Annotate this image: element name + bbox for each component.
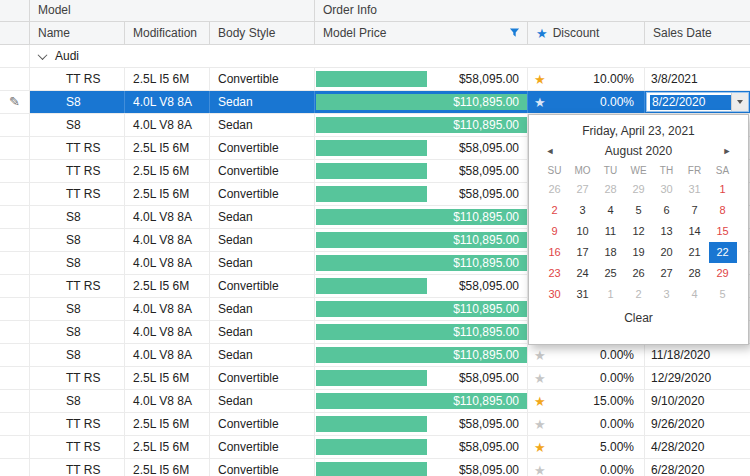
sales-date-editor[interactable]: 8/22/2020 [646,92,749,112]
cell-modification[interactable]: 4.0L V8 8A [125,91,210,113]
cell-modification[interactable]: 4.0L V8 8A [125,114,210,136]
table-row[interactable]: ✎ TT RS 2.5L I5 6M Convertible $58,095.0… [0,436,750,459]
calendar-day[interactable]: 15 [709,221,737,242]
group-row-audi[interactable]: Audi [0,45,750,68]
cell-body-style[interactable]: Convertible [210,367,315,389]
calendar-day[interactable]: 22 [709,242,737,263]
cell-body-style[interactable]: Sedan [210,298,315,320]
discount-star-icon[interactable]: ★ [534,418,546,431]
cell-model-price[interactable]: $110,895.00 [315,252,528,274]
calendar-day[interactable]: 13 [653,221,681,242]
cell-model-price[interactable]: $110,895.00 [315,298,528,320]
cell-modification[interactable]: 4.0L V8 8A [125,344,210,366]
calendar-day[interactable]: 31 [681,179,709,200]
discount-star-icon[interactable]: ★ [534,372,546,385]
cell-model-price[interactable]: $110,895.00 [315,114,528,136]
cell-model-price[interactable]: $58,095.00 [315,459,528,476]
cell-modification[interactable]: 2.5L I5 6M [125,413,210,435]
cell-sales-date[interactable]: 12/29/2020 12/29/2020 [645,367,750,389]
cell-discount[interactable]: ★ 0.00% [528,344,645,366]
calendar-month-label[interactable]: August 2020 [558,144,719,158]
cell-name[interactable]: S8 [30,114,125,136]
calendar-day[interactable]: 4 [597,200,625,221]
table-row[interactable]: ✎ TT RS 2.5L I5 6M Convertible $58,095.0… [0,413,750,436]
column-header-sales-date[interactable]: Sales Date [645,22,750,44]
cell-name[interactable]: S8 [30,252,125,274]
cell-name[interactable]: TT RS [30,137,125,159]
cell-discount[interactable]: ★ 0.00% [528,459,645,476]
calendar-day[interactable]: 25 [597,263,625,284]
cell-sales-date[interactable]: 6/28/2020 6/28/2020 [645,459,750,476]
calendar-day[interactable]: 1 [597,284,625,305]
calendar-day[interactable]: 4 [681,284,709,305]
column-header-body-style[interactable]: Body Style [210,22,315,44]
calendar-day[interactable]: 6 [653,200,681,221]
cell-name[interactable]: S8 [30,91,125,113]
cell-body-style[interactable]: Sedan [210,344,315,366]
cell-modification[interactable]: 2.5L I5 6M [125,183,210,205]
calendar-day[interactable]: 18 [597,242,625,263]
cell-model-price[interactable]: $110,895.00 [315,344,528,366]
calendar-today-label[interactable]: Friday, April 23, 2021 [529,115,748,142]
cell-body-style[interactable]: Sedan [210,390,315,412]
table-row[interactable]: ✎ S8 4.0L V8 8A Sedan $110,895.00 ★ 0.00… [0,91,750,114]
calendar-day[interactable]: 1 [709,179,737,200]
cell-sales-date[interactable]: 8/22/2020 8/22/2020 [645,91,750,113]
cell-model-price[interactable]: $58,095.00 [315,413,528,435]
cell-model-price[interactable]: $58,095.00 [315,68,528,90]
cell-body-style[interactable]: Convertible [210,436,315,458]
cell-body-style[interactable]: Convertible [210,413,315,435]
calendar-day[interactable]: 16 [541,242,569,263]
discount-star-icon[interactable]: ★ [534,73,546,86]
cell-discount[interactable]: ★ 10.00% [528,68,645,90]
calendar-day[interactable]: 30 [541,284,569,305]
calendar-day[interactable]: 17 [569,242,597,263]
calendar-day[interactable]: 20 [653,242,681,263]
calendar-day[interactable]: 19 [625,242,653,263]
cell-name[interactable]: TT RS [30,367,125,389]
discount-star-icon[interactable]: ★ [534,349,546,362]
cell-name[interactable]: TT RS [30,183,125,205]
cell-body-style[interactable]: Sedan [210,252,315,274]
cell-body-style[interactable]: Sedan [210,229,315,251]
cell-modification[interactable]: 2.5L I5 6M [125,459,210,476]
cell-body-style[interactable]: Sedan [210,206,315,228]
cell-model-price[interactable]: $58,095.00 [315,436,528,458]
cell-name[interactable]: TT RS [30,275,125,297]
calendar-day[interactable]: 12 [625,221,653,242]
cell-model-price[interactable]: $110,895.00 [315,91,528,113]
calendar-day[interactable]: 14 [681,221,709,242]
cell-name[interactable]: S8 [30,390,125,412]
cell-model-price[interactable]: $58,095.00 [315,275,528,297]
cell-body-style[interactable]: Sedan [210,321,315,343]
cell-model-price[interactable]: $58,095.00 [315,183,528,205]
cell-body-style[interactable]: Convertible [210,68,315,90]
cell-model-price[interactable]: $58,095.00 [315,367,528,389]
cell-name[interactable]: S8 [30,206,125,228]
calendar-clear-button[interactable]: Clear [529,305,748,331]
cell-body-style[interactable]: Convertible [210,183,315,205]
cell-modification[interactable]: 4.0L V8 8A [125,206,210,228]
band-model[interactable]: Model [30,0,315,21]
cell-body-style[interactable]: Convertible [210,459,315,476]
cell-modification[interactable]: 4.0L V8 8A [125,321,210,343]
table-row[interactable]: ✎ TT RS 2.5L I5 6M Convertible $58,095.0… [0,367,750,390]
filter-icon[interactable] [509,23,520,45]
calendar-day[interactable]: 9 [541,221,569,242]
calendar-day[interactable]: 26 [625,263,653,284]
calendar-day[interactable]: 28 [597,179,625,200]
calendar-day[interactable]: 2 [541,200,569,221]
cell-model-price[interactable]: $110,895.00 [315,229,528,251]
cell-sales-date[interactable]: 3/8/2021 3/8/2021 [645,68,750,90]
calendar-day[interactable]: 30 [653,179,681,200]
calendar-day[interactable]: 29 [709,263,737,284]
band-order-info[interactable]: Order Info [315,0,750,21]
cell-sales-date[interactable]: 11/18/2020 11/18/2020 [645,344,750,366]
cell-model-price[interactable]: $110,895.00 [315,206,528,228]
cell-name[interactable]: S8 [30,321,125,343]
cell-model-price[interactable]: $58,095.00 [315,137,528,159]
cell-name[interactable]: TT RS [30,413,125,435]
cell-modification[interactable]: 4.0L V8 8A [125,390,210,412]
calendar-day[interactable]: 24 [569,263,597,284]
calendar-day[interactable]: 8 [709,200,737,221]
